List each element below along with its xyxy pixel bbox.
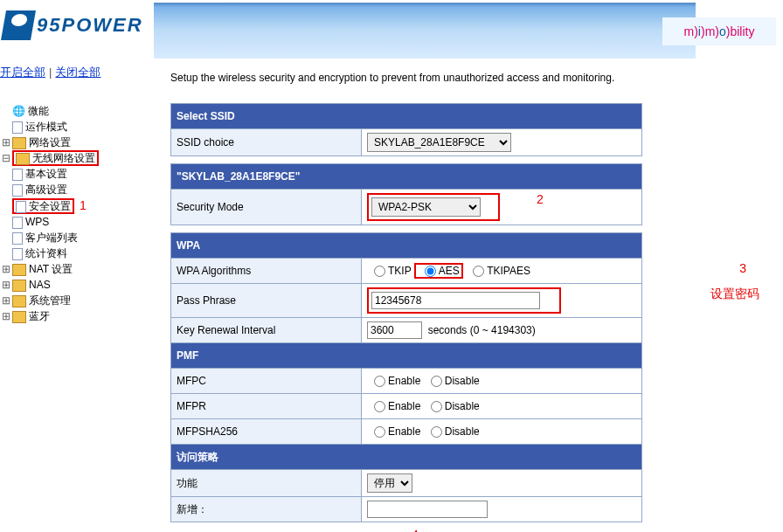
plus-icon[interactable]: ⊞ <box>0 277 12 293</box>
page-icon <box>12 232 23 245</box>
annotation-2: 2 <box>537 192 544 206</box>
key-renewal-input[interactable] <box>367 321 422 339</box>
plus-icon[interactable]: ⊞ <box>0 135 12 150</box>
nav-tree: 🌐 微能 运作模式 ⊞网络设置 ⊟无线网络设置 基本设置 高级设置 安全设置1 … <box>0 103 147 324</box>
tree-system[interactable]: ⊞系统管理 <box>0 293 147 308</box>
folder-icon <box>12 264 26 276</box>
passphrase-input[interactable] <box>371 292 540 309</box>
plus-icon[interactable]: ⊞ <box>0 293 12 308</box>
security-mode-label: Security Mode <box>171 190 362 225</box>
logo-mark-icon <box>1 10 36 40</box>
wpa-algorithms-label: WPA Algorithms <box>171 259 362 284</box>
tree-stats[interactable]: 统计资料 <box>0 245 147 261</box>
logo: 95POWER <box>3 10 143 40</box>
wpa-header: WPA <box>171 233 642 259</box>
collapse-all-link[interactable]: 关闭全部 <box>55 66 100 79</box>
tree-advanced[interactable]: 高级设置 <box>0 182 147 197</box>
tkip-label: TKIP <box>388 265 411 277</box>
policy-add-label: 新增： <box>171 497 362 522</box>
aes-radio[interactable] <box>425 266 436 277</box>
annotation-3: 3 <box>739 261 746 275</box>
policy-function-label: 功能 <box>171 470 362 497</box>
header: 95POWER m)i)m)o)bility <box>0 0 783 59</box>
mfpsha-enable-radio[interactable] <box>374 426 385 438</box>
ssid-section-table: "SKYLAB_28A1E8F9CE" Security Mode WPA2-P… <box>170 163 642 225</box>
ssid-section-header: "SKYLAB_28A1E8F9CE" <box>171 164 642 190</box>
tree-clients[interactable]: 客户端列表 <box>0 230 147 245</box>
ssid-choice-select[interactable]: SKYLAB_28A1E8F9CE <box>367 133 511 152</box>
wpa-table: WPA WPA Algorithms TKIP AES TKIPAES 3 Pa… <box>170 232 642 522</box>
mfpsha-disable-radio[interactable] <box>431 426 442 438</box>
tree-nat[interactable]: ⊞NAT 设置 <box>0 261 147 277</box>
folder-icon <box>12 295 26 307</box>
tree-network[interactable]: ⊞网络设置 <box>0 135 147 150</box>
mimobility-logo: m)i)m)o)bility <box>662 17 776 45</box>
page-icon <box>16 201 26 213</box>
main-content: Setup the wireless security and encrypti… <box>170 72 660 532</box>
folder-open-icon <box>16 153 30 165</box>
logo-text: 95POWER <box>37 14 143 37</box>
passphrase-label: Pass Phrase <box>171 284 362 318</box>
key-renewal-suffix: seconds (0 ~ 4194303) <box>428 324 536 336</box>
page-icon <box>12 248 23 260</box>
policy-add-input[interactable] <box>367 501 488 518</box>
folder-icon <box>12 311 26 323</box>
tree-basic[interactable]: 基本设置 <box>0 166 147 182</box>
folder-icon <box>12 280 26 292</box>
mfpsha-label: MFPSHA256 <box>171 419 362 445</box>
annotation-4: 4 <box>170 528 660 532</box>
tree-security[interactable]: 安全设置1 <box>0 197 147 214</box>
banner <box>154 3 696 59</box>
tkipaes-label: TKIPAES <box>487 265 530 277</box>
ssid-choice-label: SSID choice <box>171 129 362 156</box>
select-ssid-header: Select SSID <box>171 104 642 129</box>
expand-all-link[interactable]: 开启全部 <box>0 66 45 79</box>
page-icon <box>12 121 23 134</box>
tree-wps[interactable]: WPS <box>0 214 147 230</box>
annotation-password: 设置密码 <box>710 287 759 302</box>
minus-icon[interactable]: ⊟ <box>0 150 12 166</box>
select-ssid-table: Select SSID SSID choice SKYLAB_28A1E8F9C… <box>170 103 642 156</box>
mfpc-enable-radio[interactable] <box>374 376 385 387</box>
tree-bluetooth[interactable]: ⊞蓝牙 <box>0 308 147 324</box>
page-description: Setup the wireless security and encrypti… <box>170 72 660 84</box>
plus-icon[interactable]: ⊞ <box>0 261 12 277</box>
pmf-header: PMF <box>171 343 642 369</box>
tree-wireless[interactable]: ⊟无线网络设置 <box>0 150 147 166</box>
mfpr-disable-radio[interactable] <box>431 401 442 412</box>
plus-icon[interactable]: ⊞ <box>0 308 12 324</box>
tree-nas[interactable]: ⊞NAS <box>0 277 147 293</box>
page-icon <box>12 184 23 197</box>
page-icon <box>12 169 23 181</box>
tree-operation-mode[interactable]: 运作模式 <box>0 119 147 135</box>
tree-root[interactable]: 🌐 微能 <box>0 103 147 119</box>
mfpr-label: MFPR <box>171 394 362 419</box>
policy-function-select[interactable]: 停用 <box>367 473 412 493</box>
security-mode-select[interactable]: WPA2-PSK <box>371 197 481 217</box>
mfpc-disable-radio[interactable] <box>431 376 442 387</box>
tkipaes-radio[interactable] <box>473 266 484 277</box>
key-renewal-label: Key Renewal Interval <box>171 318 362 343</box>
aes-label: AES <box>439 265 460 277</box>
tkip-radio[interactable] <box>374 266 385 277</box>
mfpr-enable-radio[interactable] <box>374 401 385 412</box>
mfpc-label: MFPC <box>171 369 362 394</box>
page-icon <box>12 217 23 229</box>
folder-icon <box>12 137 26 149</box>
policy-header: 访问策略 <box>171 445 642 470</box>
